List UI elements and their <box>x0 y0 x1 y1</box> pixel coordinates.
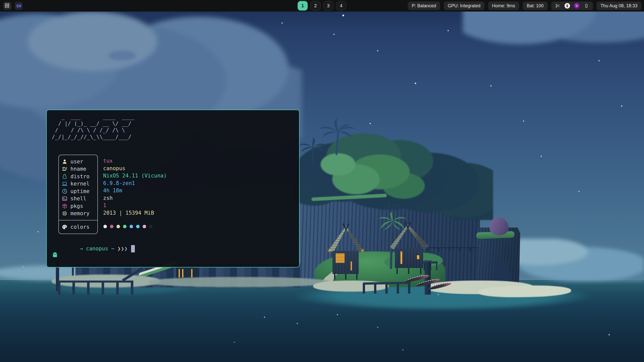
thatched-roof <box>390 224 428 249</box>
terminal-window[interactable]: _ ___ ____ ____ / |/ (_)_ __/ __ \/ __/ … <box>46 110 300 267</box>
stilt <box>334 274 335 280</box>
fetch-label: shell <box>70 196 86 202</box>
prompt-chevron: ❯ <box>117 246 121 252</box>
battery-module[interactable]: Bat: 100 <box>523 2 548 10</box>
network-latency-label: Home: 9ms <box>492 3 515 9</box>
palette-icon <box>62 224 68 230</box>
workspace-label: 4 <box>340 3 343 9</box>
prompt-host: canopus <box>86 246 108 252</box>
list-icon <box>62 166 68 172</box>
lit-window <box>179 269 180 278</box>
palette-dot <box>116 225 120 228</box>
beach-sand <box>148 277 330 287</box>
clock-icon <box>62 188 68 194</box>
desktop: $W 1 2 3 4 P: Balanced GPU: Integrated <box>0 0 644 362</box>
app-launcher-button[interactable] <box>3 2 11 10</box>
battery-label: Bat: 100 <box>527 3 544 9</box>
fetch-value-user: tux <box>103 157 167 165</box>
palette-dot <box>149 225 153 228</box>
prompt-arrow: → <box>80 246 83 252</box>
fetch-row-pkgs: pkgs <box>59 202 97 210</box>
chip-icon <box>62 210 68 216</box>
canoes <box>405 275 460 295</box>
terminal-cursor[interactable] <box>131 245 135 252</box>
lit-window <box>335 253 345 263</box>
clock-module[interactable]: Thu Aug 08, 18:33 <box>596 2 641 10</box>
stilt <box>420 268 421 274</box>
workspace-button-1[interactable]: 1 <box>298 1 308 11</box>
bar-right-modules: P: Balanced GPU: Integrated Home: 9ms Ba… <box>408 2 641 10</box>
stilt <box>356 274 357 280</box>
village-railing <box>428 247 478 252</box>
fetch-row-user: user <box>59 158 97 165</box>
fetch-label: memory <box>70 210 90 216</box>
user-icon <box>62 159 68 165</box>
flame-icon[interactable] <box>574 3 580 9</box>
workspace-button-2[interactable]: 2 <box>310 1 320 11</box>
workspace-label: 3 <box>327 3 330 9</box>
stilt <box>345 274 346 280</box>
cloud <box>106 49 138 62</box>
beach-fence <box>363 282 411 294</box>
power-profile-label: P: Balanced <box>412 3 436 9</box>
stilt-hut-right <box>390 224 428 278</box>
fetch-row-shell: shell <box>59 195 97 203</box>
workspace-label: 2 <box>314 3 317 9</box>
fetch-row-uptime: uptime <box>59 188 97 195</box>
fetch-label: colors <box>70 224 90 230</box>
workspace-switcher: 1 2 3 4 <box>298 1 346 11</box>
app-badge-label: $W <box>16 4 21 8</box>
prompt-chevron: ❯ <box>121 246 124 252</box>
gpu-module[interactable]: GPU: Integrated <box>444 2 485 10</box>
palette-dot <box>136 225 140 228</box>
fetch-row-colors: colors <box>59 220 97 234</box>
scissors-icon[interactable] <box>555 3 560 9</box>
network-latency-module[interactable]: Home: 9ms <box>488 2 519 10</box>
palette-dot <box>103 225 107 228</box>
nixos-ascii-logo: _ ___ ____ ____ / |/ (_)_ __/ __ \/ __/ … <box>52 114 135 140</box>
stilt <box>396 268 398 274</box>
laptop-icon <box>62 181 68 187</box>
fetch-value-hname: canopus <box>103 165 167 172</box>
palette-dot <box>143 225 146 228</box>
lit-doorway <box>351 261 352 270</box>
stilt-hut-left <box>329 226 363 280</box>
fetch-value-pkgs: 1 <box>103 202 167 209</box>
ghost-icon <box>52 240 77 258</box>
fetch-label: kernel <box>70 181 90 187</box>
lantern <box>329 250 330 251</box>
lantern <box>362 250 363 251</box>
grid-icon <box>5 4 6 5</box>
fetch-label: user <box>70 159 83 165</box>
package-icon <box>62 203 68 209</box>
system-tray <box>551 2 593 10</box>
palette-dot <box>130 225 133 228</box>
gpu-label: GPU: Integrated <box>448 3 480 9</box>
fetch-label: uptime <box>70 188 90 194</box>
status-bar: $W 1 2 3 4 P: Balanced GPU: Integrated <box>0 0 644 12</box>
fetch-row-hname: hname <box>59 165 97 173</box>
fetch-values: tux canopus NixOS 24.11 (Vicuna) 6.9.8-z… <box>103 157 167 217</box>
fetch-label: hname <box>70 166 86 172</box>
shell-prompt[interactable]: → canopus ~ ❯ ❯ ❯ <box>52 245 135 252</box>
fetch-value-distro: NixOS 24.11 (Vicuna) <box>103 172 167 180</box>
prompt-path: ~ <box>111 246 114 252</box>
fetch-value-uptime: 4h 18m <box>103 187 167 195</box>
palm-tree <box>296 137 329 166</box>
phone-icon[interactable] <box>584 3 589 9</box>
deck-post <box>436 263 437 270</box>
fetch-rows: user hname distro <box>59 155 97 217</box>
workspace-button-4[interactable]: 4 <box>336 1 346 11</box>
power-profile-module[interactable]: P: Balanced <box>408 2 440 10</box>
workspace-button-3[interactable]: 3 <box>323 1 333 11</box>
fetch-row-distro: distro <box>59 173 97 180</box>
stilt <box>408 268 409 274</box>
terminal-color-palette <box>103 225 153 228</box>
fetch-label: pkgs <box>70 203 83 209</box>
pier-legs <box>58 283 133 295</box>
lit-window <box>191 269 192 278</box>
bluetooth-icon[interactable] <box>565 3 570 9</box>
active-app-badge[interactable]: $W <box>15 2 23 10</box>
fetch-row-kernel: kernel <box>59 180 97 188</box>
fence-posts <box>363 283 411 294</box>
